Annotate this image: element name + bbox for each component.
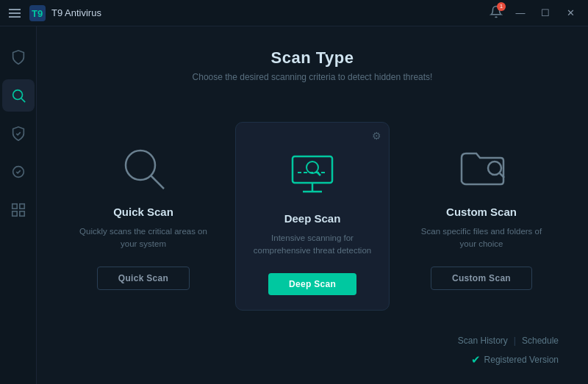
quick-scan-button[interactable]: Quick Scan: [97, 267, 190, 290]
close-button[interactable]: ✕: [559, 3, 582, 23]
footer-links: Scan History | Schedule: [458, 336, 559, 346]
registered-check-icon: ✔: [471, 353, 481, 366]
content-area: Scan Type Choose the desired scanning cr…: [37, 26, 588, 384]
app-title: T9 Antivirus: [51, 7, 101, 18]
deep-scan-title: Deep Scan: [284, 212, 341, 225]
scan-history-link[interactable]: Scan History: [458, 336, 508, 346]
svg-point-2: [12, 90, 22, 100]
svg-rect-11: [293, 156, 332, 183]
deep-scan-icon: [287, 149, 338, 200]
notification-icon[interactable]: 1: [490, 5, 503, 21]
svg-point-17: [488, 162, 501, 175]
svg-rect-8: [19, 211, 24, 216]
svg-text:T9: T9: [32, 8, 43, 19]
title-bar-left: T9 T9 Antivirus: [6, 5, 101, 21]
sidebar-item-check[interactable]: [2, 117, 35, 150]
svg-rect-5: [12, 204, 16, 209]
svg-rect-6: [19, 204, 24, 209]
custom-scan-desc: Scan specific files and folders of your …: [416, 225, 547, 252]
sidebar-item-tools[interactable]: [2, 194, 35, 226]
quick-scan-title: Quick Scan: [113, 206, 173, 218]
custom-scan-title: Custom Scan: [446, 206, 517, 218]
custom-scan-button[interactable]: Custom Scan: [431, 267, 532, 290]
registered-version: ✔ Registered Version: [471, 353, 559, 366]
custom-scan-card[interactable]: Custom Scan Scan specific files and fold…: [404, 128, 559, 305]
deep-scan-desc: Intensive scanning for comprehensive thr…: [248, 232, 377, 258]
registered-label: Registered Version: [484, 355, 559, 365]
sidebar-item-protection[interactable]: [2, 41, 35, 73]
custom-scan-icon: [458, 142, 506, 194]
sidebar-item-shield2[interactable]: [2, 156, 35, 188]
svg-line-3: [21, 98, 25, 102]
quick-scan-desc: Quickly scans the critical areas on your…: [78, 225, 209, 252]
quick-scan-icon: [120, 142, 168, 194]
quick-scan-card[interactable]: Quick Scan Quickly scans the critical ar…: [66, 128, 220, 305]
minimize-button[interactable]: —: [509, 3, 532, 23]
svg-rect-7: [12, 211, 16, 216]
footer: Scan History | Schedule ✔ Registered Ver…: [66, 328, 559, 369]
footer-divider: |: [514, 336, 516, 346]
gear-icon[interactable]: ⚙: [372, 130, 381, 142]
page-subtitle: Choose the desired scanning criteria to …: [66, 72, 559, 82]
app-logo: T9: [29, 5, 46, 21]
menu-icon[interactable]: [6, 6, 24, 21]
deep-scan-card[interactable]: ⚙ Deep Scan Intensive scanning for compr: [235, 122, 390, 311]
sidebar: [0, 26, 37, 384]
maximize-button[interactable]: ☐: [534, 3, 557, 23]
sidebar-item-scan[interactable]: [2, 79, 35, 112]
title-bar: T9 T9 Antivirus 1 — ☐ ✕: [0, 0, 588, 26]
main-layout: Scan Type Choose the desired scanning cr…: [0, 26, 588, 384]
page-title: Scan Type: [66, 48, 559, 68]
svg-line-10: [151, 175, 164, 189]
scan-cards-container: Quick Scan Quickly scans the critical ar…: [66, 104, 559, 328]
title-bar-controls: 1 — ☐ ✕: [490, 3, 582, 23]
notification-badge: 1: [497, 2, 506, 11]
schedule-link[interactable]: Schedule: [522, 336, 559, 346]
page-title-container: Scan Type: [66, 48, 559, 68]
deep-scan-button[interactable]: Deep Scan: [268, 273, 356, 295]
